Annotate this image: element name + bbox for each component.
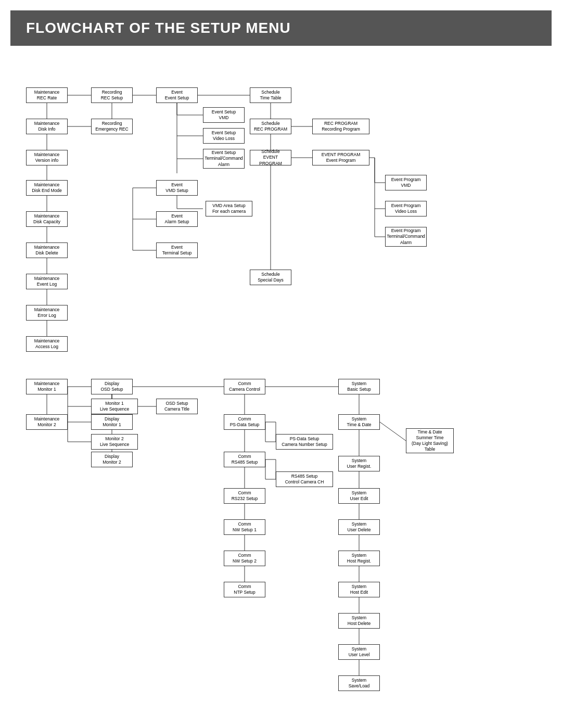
box-s2-system-user-edit: SystemUser Edit xyxy=(338,488,380,504)
box-s2-system-user-level: SystemUser Level xyxy=(338,644,380,660)
box-s2-display-monitor2: DisplayMonitor 2 xyxy=(91,452,133,467)
box-s2-system-basic-setup: SystemBasic Setup xyxy=(338,379,380,394)
box-maintenance-disk-capacity: MaintenanceDisk Capacity xyxy=(26,211,68,227)
flowchart-section1: MaintenanceREC Rate RecordingREC Setup E… xyxy=(0,46,562,379)
box-recording-rec-setup: RecordingREC Setup xyxy=(91,87,133,103)
box-maintenance-version-info: MaintenanceVersion info xyxy=(26,150,68,165)
connector-lines-2 xyxy=(0,379,562,728)
box-s2-osd-setup-camera-title: OSD SetupCamera Title xyxy=(156,399,198,414)
box-event-program-vmd: Event ProgramVMD xyxy=(385,175,427,190)
box-event-program-terminal: Event ProgramTerminal/CommandAlarm xyxy=(385,227,427,247)
box-s2-system-time-date: SystemTime & Date xyxy=(338,414,380,430)
box-vmd-area-setup: VMD Area SetupFor each camera xyxy=(206,201,252,216)
box-s2-system-save-load: SystemSave/Load xyxy=(338,675,380,691)
box-rec-program-recording: REC PROGRAMRecording Program xyxy=(312,119,369,134)
box-schedule-time-table: ScheduleTime Table xyxy=(250,87,291,103)
box-s2-comm-ntp-setup: CommNTP Setup xyxy=(224,582,265,597)
box-s2-maintenance-monitor1: MaintenanceMonitor 1 xyxy=(26,379,68,394)
box-s2-comm-rs485-setup: CommRS485 Setup xyxy=(224,452,265,467)
box-s2-monitor2-live-seq: Monitor 2Live Sequence xyxy=(91,434,138,450)
box-s2-comm-nw-setup1: CommNW Setup 1 xyxy=(224,519,265,535)
box-event-setup-terminal: Event SetupTerminal/CommandAlarm xyxy=(203,149,245,169)
box-event-setup-video-loss: Event SetupVideo Loss xyxy=(203,128,245,144)
box-s2-system-host-regist: SystemHost Regist. xyxy=(338,551,380,566)
box-schedule-special-days: ScheduleSpecial Days xyxy=(250,270,291,285)
box-s2-time-date-summer-time: Time & DateSummer Time(Day Light Saving)… xyxy=(406,428,454,453)
box-s2-system-user-regist: SystemUser Regist. xyxy=(338,456,380,471)
box-s2-monitor1-live-seq: Monitor 1Live Sequence xyxy=(91,399,138,414)
box-maintenance-event-log: MaintenanceEvent Log xyxy=(26,274,68,289)
box-s2-display-monitor1: DisplayMonitor 1 xyxy=(91,414,133,430)
box-maintenance-disk-end-mode: MaintenanceDisk End Mode xyxy=(26,180,68,196)
box-maintenance-disk-delete: MaintenanceDisk Delete xyxy=(26,242,68,258)
box-event-alarm-setup: EventAlarm Setup xyxy=(156,211,198,227)
flowchart-section2: MaintenanceMonitor 1 DisplayOSD Setup Co… xyxy=(0,379,562,728)
box-s2-ps-data-camera-number: PS-Data SetupCamera Number Setup xyxy=(276,434,333,450)
box-s2-system-host-delete: SystemHost Delete xyxy=(338,613,380,629)
box-s2-system-host-edit: SystemHost Edit xyxy=(338,582,380,597)
box-event-event-setup: EventEvent Setup xyxy=(156,87,198,103)
svg-line-81 xyxy=(380,422,406,441)
box-event-setup-vmd: Event SetupVMD xyxy=(203,107,245,123)
box-event-vmd-setup: EventVMD Setup xyxy=(156,180,198,196)
box-event-program-event: EVENT PROGRAMEvent Program xyxy=(312,150,369,165)
box-s2-comm-nw-setup2: CommNW Setup 2 xyxy=(224,551,265,566)
box-s2-comm-ps-data-setup: CommPS-Data Setup xyxy=(224,414,265,430)
box-schedule-event-program: ScheduleEVENT PROGRAM xyxy=(250,150,291,165)
box-maintenance-error-log: MaintenanceError Log xyxy=(26,305,68,321)
box-s2-rs485-control-camera: RS485 SetupControl Camera CH xyxy=(276,471,333,487)
box-s2-comm-camera-control: CommCamera Control xyxy=(224,379,265,394)
box-event-terminal-setup: EventTerminal Setup xyxy=(156,242,198,258)
box-s2-display-osd-setup: DisplayOSD Setup xyxy=(91,379,133,394)
page-title: FLOWCHART OF THE SETUP MENU xyxy=(10,10,552,46)
box-s2-comm-rs232-setup: CommRS232 Setup xyxy=(224,488,265,504)
box-recording-emergency-rec: RecordingEmergency REC xyxy=(91,119,133,134)
box-maintenance-access-log: MaintenanceAccess Log xyxy=(26,336,68,352)
box-event-program-video-loss: Event ProgramVideo Loss xyxy=(385,201,427,216)
box-maintenance-rec-rate: MaintenanceREC Rate xyxy=(26,87,68,103)
box-maintenance-disk-info: MaintenanceDisk Info xyxy=(26,119,68,134)
box-schedule-rec-program: ScheduleREC PROGRAM xyxy=(250,119,291,134)
box-s2-maintenance-monitor2: MaintenanceMonitor 2 xyxy=(26,414,68,430)
box-s2-system-user-delete: SystemUser Delete xyxy=(338,519,380,535)
